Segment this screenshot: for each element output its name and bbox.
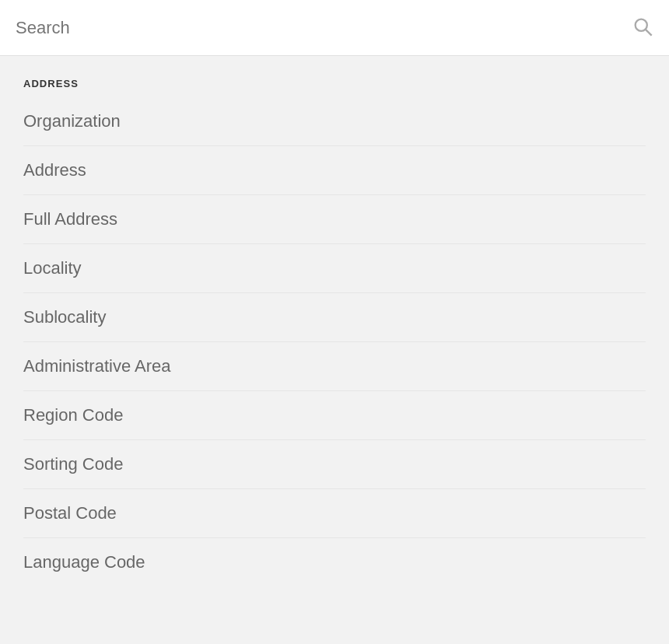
menu-item-address[interactable]: Address (23, 146, 646, 195)
menu-item-sublocality[interactable]: Sublocality (23, 293, 646, 342)
address-section: ADDRESS OrganizationAddressFull AddressL… (0, 56, 669, 586)
search-icon-wrapper (632, 16, 653, 40)
search-bar (0, 0, 669, 56)
menu-item-full-address[interactable]: Full Address (23, 195, 646, 244)
menu-item-locality[interactable]: Locality (23, 244, 646, 293)
menu-item-region-code[interactable]: Region Code (23, 391, 646, 440)
menu-item-postal-code[interactable]: Postal Code (23, 489, 646, 538)
svg-point-0 (636, 19, 647, 30)
menu-item-sorting-code[interactable]: Sorting Code (23, 440, 646, 489)
menu-item-organization[interactable]: Organization (23, 97, 646, 146)
search-input[interactable] (16, 18, 632, 38)
search-icon (632, 16, 653, 40)
menu-list: OrganizationAddressFull AddressLocalityS… (23, 97, 646, 586)
section-title: ADDRESS (23, 78, 646, 89)
menu-item-administrative-area[interactable]: Administrative Area (23, 342, 646, 391)
menu-item-language-code[interactable]: Language Code (23, 538, 646, 586)
svg-line-1 (646, 30, 652, 36)
